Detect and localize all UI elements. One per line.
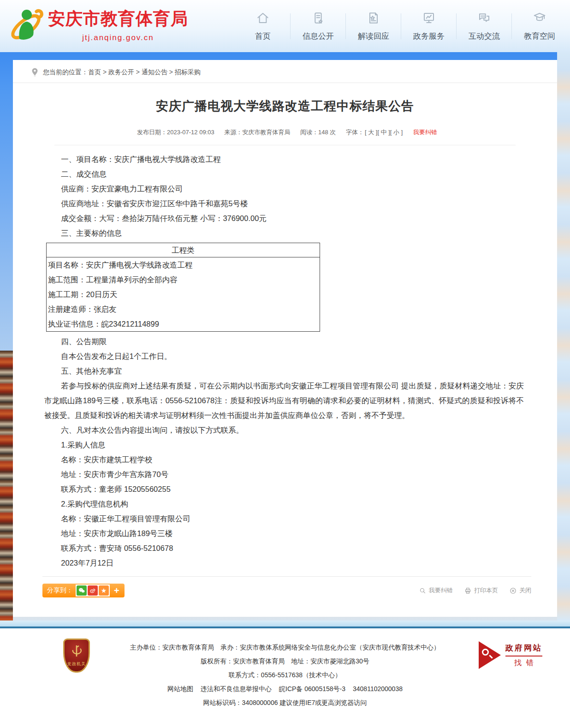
paragraph: 1.采购人信息	[44, 437, 524, 452]
magnifier-icon	[419, 587, 427, 595]
chat-bubbles-icon	[477, 11, 492, 27]
favorite-star-icon[interactable]: ★	[99, 585, 109, 596]
action-label: 关闭	[519, 586, 531, 595]
print-page-action[interactable]: 打印本页	[464, 586, 498, 595]
paragraph: 若参与投标的供应商对上述结果有质疑，可在公示期内以书面形式向安徽正华工程项目管理…	[44, 378, 524, 423]
paragraph: 六、凡对本次公告内容提出询问，请按以下方式联系。	[44, 423, 524, 437]
paragraph: 自本公告发布之日起1个工作日。	[44, 349, 524, 364]
nav-label: 信息公开	[303, 31, 334, 42]
table-row: 执业证书信息：皖234212114899	[47, 316, 320, 331]
report-error-link[interactable]: 我要纠错	[413, 129, 437, 136]
share-icons: ★	[76, 585, 110, 597]
breadcrumb-link[interactable]: 政务公开	[101, 68, 134, 76]
breadcrumb-prefix: 您当前的位置：	[43, 68, 88, 77]
page-actions: 我要纠错 打印本页 关闭	[419, 586, 531, 595]
breadcrumb-link[interactable]: 招标采购	[167, 68, 201, 76]
action-label: 我要纠错	[429, 586, 453, 595]
footer-top-band	[0, 621, 570, 627]
nav-label: 解读回应	[358, 31, 389, 42]
paragraph: 三、主要标的信息	[44, 226, 524, 240]
nav-label: 互动交流	[469, 31, 500, 42]
page: 安庆市教育体育局 jtj.anqing.gov.cn 首页 信息公开	[0, 0, 570, 728]
paragraph: 四、公告期限	[44, 334, 524, 349]
table-row: 注册建造师：张启友	[47, 302, 320, 316]
project-info-table: 工程类 项目名称：安庆广播电视大学线路改造工程施工范围：工程量清单列示的全部内容…	[46, 243, 320, 332]
paragraph: 名称：安徽正华工程项目管理有限公司	[44, 511, 524, 526]
article-title: 安庆广播电视大学线路改造工程中标结果公告	[13, 98, 557, 114]
icp-number: 皖ICP备 06005158号-3	[279, 685, 345, 692]
article-body: 一、项目名称：安庆广播电视大学线路改造工程二、成交信息供应商：安庆宜豪电力工程有…	[13, 145, 557, 570]
figure-with-orbit-icon	[7, 4, 46, 46]
paragraph: 联系方式：童老师 15205560255	[44, 482, 524, 496]
paragraph: 二、成交信息	[44, 167, 524, 181]
background-sky-image	[557, 52, 570, 621]
article-meta: 发布日期：2023-07-12 09:03 来源：安庆市教育体育局 阅读：148…	[54, 128, 516, 145]
police-number: 34081102000038	[353, 685, 403, 692]
paragraph: 名称：安庆市建筑工程学校	[44, 452, 524, 467]
nav-item-gov-services[interactable]: 政务服务	[401, 10, 457, 43]
more-plus-icon[interactable]: +	[110, 585, 124, 597]
share-widget: 分享到： ★ +	[42, 584, 125, 597]
paragraph: 供应商地址：安徽省安庆市迎江区华中路千和嘉苑5号楼	[44, 196, 524, 211]
nav-label: 教育空间	[524, 31, 555, 42]
sitemap-link[interactable]: 网站地图	[167, 685, 193, 692]
font-size-link[interactable]: [ 小 ]	[390, 129, 403, 136]
party-gov-badge-label: 党政机关	[67, 661, 86, 667]
nav-item-home[interactable]: 首页	[235, 10, 291, 43]
footer-contact-line: 联系方式：0556-5517638（技术中心）	[0, 668, 570, 682]
printer-icon	[464, 587, 472, 595]
footer-links-line: 网站地图违法和不良信息举报中心皖ICP备 06005158号-334081102…	[0, 682, 570, 696]
paragraph: 五、其他补充事宜	[44, 364, 524, 378]
weibo-icon[interactable]	[88, 585, 98, 596]
paragraph: 地址：安庆市青少年宫东路70号	[44, 467, 524, 482]
paragraph: 地址：安庆市龙眠山路189号三楼	[44, 526, 524, 541]
wechat-icon[interactable]	[77, 585, 87, 596]
font-size-control: 字体：[ 大 ][ 中 ][ 小 ]	[346, 129, 403, 136]
site-footer: 党政机关 主办单位：安庆市教育体育局 承办：安庆市教体系统网络安全与信息化办公室…	[0, 628, 570, 728]
location-pin-icon	[31, 68, 38, 77]
share-row: 分享到： ★ + 我要纠错	[42, 576, 531, 597]
site-logo[interactable]: 安庆市教育体育局 jtj.anqing.gov.cn	[7, 4, 188, 46]
nav-item-education-space[interactable]: 教育空间	[512, 10, 567, 43]
table-row: 施工范围：工程量清单列示的全部内容	[47, 272, 320, 287]
find-error-line1: 政府网站	[505, 643, 542, 656]
paragraph: 2.采购代理信息机构	[44, 496, 524, 511]
paragraph: 成交金额：大写：叁拾柒万陆仟玖佰元整 小写：376900.00元	[44, 211, 524, 226]
main-nav: 首页 信息公开 解读回应 政务服务	[235, 0, 567, 52]
table-row: 项目名称：安庆广播电视大学线路改造工程	[47, 257, 320, 272]
paragraph: 一、项目名称：安庆广播电视大学线路改造工程	[44, 152, 524, 167]
background-building-image	[0, 351, 13, 621]
paragraph: 联系方式：曹安琦 0556-5210678	[44, 541, 524, 555]
site-url: jtj.anqing.gov.cn	[48, 33, 188, 42]
gov-site-find-error-badge[interactable]: 政府网站 找错	[479, 641, 542, 669]
graduation-cap-icon	[532, 11, 547, 27]
breadcrumb-link[interactable]: 通知公告	[134, 68, 167, 76]
document-star-icon	[366, 11, 381, 27]
nav-item-info-disclosure[interactable]: 信息公开	[291, 10, 346, 43]
home-icon	[255, 11, 270, 27]
font-size-link[interactable]: [ 中 ]	[377, 129, 390, 136]
table-header: 工程类	[47, 243, 320, 257]
close-page-action[interactable]: 关闭	[509, 586, 531, 595]
site-header: 安庆市教育体育局 jtj.anqing.gov.cn 首页 信息公开	[0, 0, 570, 52]
nav-item-interaction[interactable]: 互动交流	[457, 10, 512, 43]
report-error-action[interactable]: 我要纠错	[419, 586, 453, 595]
paragraph: 2023年7月12日	[44, 555, 524, 570]
nav-label: 政务服务	[413, 31, 445, 42]
view-count: 阅读：148 次	[300, 129, 336, 136]
find-error-line2: 找错	[505, 658, 542, 668]
report-center-link[interactable]: 违法和不良信息举报中心	[201, 685, 272, 692]
font-size-label: 字体：	[346, 129, 364, 136]
close-circle-icon	[509, 587, 517, 595]
breadcrumb: 您当前的位置： 首页政务公开通知公告招标采购	[13, 60, 557, 83]
nav-label: 首页	[255, 31, 271, 42]
font-size-link[interactable]: [ 大 ]	[365, 129, 377, 136]
emblem-icon	[71, 644, 83, 660]
footer-site-id-line: 网站标识码：3408000006 建议使用IE7或更高浏览器访问	[0, 696, 570, 710]
nav-item-interpretation[interactable]: 解读回应	[346, 10, 401, 43]
table-row: 施工工期：20日历天	[47, 287, 320, 302]
article-source: 来源：安庆市教育体育局	[224, 129, 290, 136]
breadcrumb-link[interactable]: 首页	[88, 68, 101, 76]
share-label: 分享到：	[47, 586, 73, 595]
logo-text: 安庆市教育体育局 jtj.anqing.gov.cn	[48, 7, 188, 42]
